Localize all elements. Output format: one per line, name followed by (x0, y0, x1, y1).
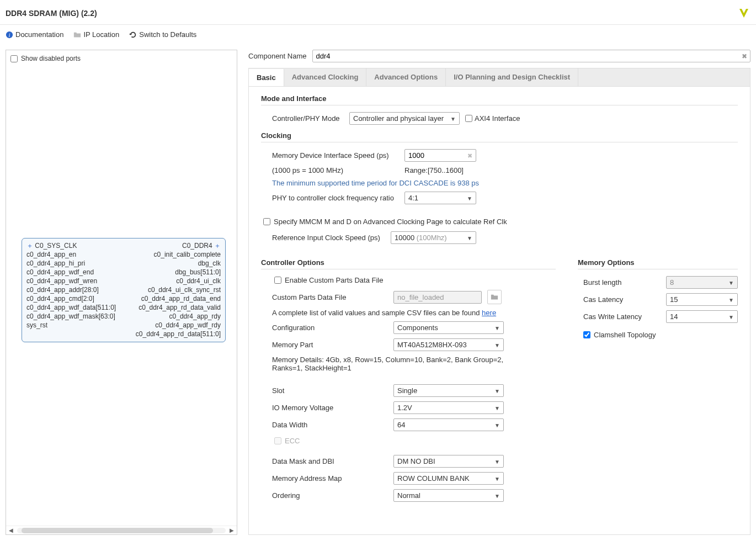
chevron-down-icon: ▼ (494, 325, 500, 331)
ip-block[interactable]: ＋ C0_SYS_CLK c0_ddr4_app_en c0_ddr4_app_… (22, 238, 226, 342)
tab-basic[interactable]: Basic (249, 69, 284, 87)
clamshell-checkbox[interactable] (583, 331, 590, 338)
custom-parts-checkbox[interactable] (274, 277, 281, 284)
cas-write-latency-select[interactable]: 14▼ (666, 310, 738, 323)
tab-bar: Basic Advanced Clocking Advanced Options… (248, 68, 750, 86)
switch-defaults-link[interactable]: Switch to Defaults (129, 30, 196, 39)
browse-file-button[interactable] (487, 290, 502, 304)
ip-port: c0_ddr4_app_wdf_data[511:0] (26, 304, 116, 312)
chevron-down-icon: ▼ (728, 314, 734, 320)
scrollbar-thumb[interactable] (22, 528, 214, 533)
memory-details: Memory Details: 4Gb, x8, Row=15, Column=… (272, 356, 509, 372)
ordering-label: Ordering (272, 491, 388, 500)
tab-advanced-clocking[interactable]: Advanced Clocking (284, 68, 367, 86)
section-mode: Mode and Interface (261, 94, 738, 105)
vivado-logo-icon (737, 7, 750, 20)
phy-ratio-select[interactable]: 4:1 ▼ (404, 192, 476, 204)
ordering-select[interactable]: Normal▼ (393, 489, 504, 502)
mmcm-checkbox[interactable] (263, 218, 270, 225)
ip-interface-in: ＋ C0_SYS_CLK (26, 242, 77, 250)
ref-clock-select[interactable]: 10000 (100Mhz) ▼ (391, 231, 476, 244)
ip-location-link[interactable]: IP Location (73, 30, 119, 39)
axi4-label: AXI4 Interface (475, 114, 520, 123)
ip-output-ports: C0_DDR4 ＋ c0_init_calib_complete dbg_clk… (136, 242, 221, 338)
switch-defaults-label: Switch to Defaults (139, 30, 196, 39)
chevron-down-icon: ▼ (494, 422, 500, 428)
cas-latency-value: 15 (670, 295, 678, 304)
chevron-down-icon: ▼ (494, 388, 500, 394)
cas-latency-select[interactable]: 15▼ (666, 293, 738, 306)
memory-part-select[interactable]: MT40A512M8HX-093▼ (393, 338, 504, 351)
burst-length-select: 8▼ (666, 276, 738, 289)
cas-latency-label: Cas Latency (583, 295, 661, 304)
cas-write-latency-value: 14 (670, 312, 678, 321)
ip-port: c0_ddr4_app_en (26, 251, 76, 259)
slot-select[interactable]: Single▼ (393, 384, 504, 397)
axi4-checkbox[interactable] (465, 115, 472, 122)
addr-map-select[interactable]: ROW COLUMN BANK▼ (393, 472, 504, 485)
slot-label: Slot (272, 386, 388, 395)
scroll-right-icon[interactable]: ▶ (228, 527, 236, 533)
custom-file-label: Custom Parts Data File (272, 293, 388, 301)
documentation-link[interactable]: i Documentation (6, 30, 63, 39)
clear-icon[interactable]: ✖ (467, 152, 472, 159)
mmcm-label: Specify MMCM M and D on Advanced Clockin… (274, 218, 507, 226)
addr-map-value: ROW COLUMN BANK (397, 474, 470, 483)
ip-port: c0_ddr4_app_rdy (169, 312, 221, 321)
chevron-down-icon: ▼ (494, 342, 500, 348)
controller-phy-value: Controller and physical layer (353, 114, 444, 123)
data-width-value: 64 (397, 421, 405, 429)
ip-port: c0_ddr4_app_wdf_end (26, 268, 94, 277)
clamshell-label: Clamshell Topology (594, 331, 656, 339)
tab-io-planning[interactable]: I/O Planning and Design Checklist (446, 68, 578, 86)
section-memory-options: Memory Options (578, 258, 738, 269)
folder-icon (73, 31, 81, 39)
tab-advanced-options[interactable]: Advanced Options (366, 68, 446, 86)
phy-ratio-value: 4:1 (408, 194, 418, 202)
info-icon: i (6, 31, 13, 39)
dci-cascade-note: The minimum supported time period for DC… (272, 179, 738, 187)
dmdbi-select[interactable]: DM NO DBI▼ (393, 455, 504, 468)
dmdbi-value: DM NO DBI (397, 457, 435, 465)
chevron-down-icon: ▼ (728, 279, 734, 285)
mem-speed-note-left: (1000 ps = 1000 MHz) (272, 166, 399, 174)
chevron-down-icon: ▼ (467, 235, 472, 241)
chevron-down-icon: ▼ (494, 458, 500, 464)
block-diagram-panel: Show disabled ports ＋ C0_SYS_CLK c0_ddr4… (6, 50, 237, 535)
data-width-label: Data Width (272, 421, 388, 429)
component-name-label: Component Name (248, 52, 307, 60)
ip-port: c0_ddr4_app_addr[28:0] (26, 286, 99, 294)
show-disabled-ports-checkbox[interactable] (10, 55, 18, 62)
ref-clock-value: 10000 (100Mhz) (395, 234, 447, 242)
data-width-select[interactable]: 64▼ (393, 418, 504, 431)
mem-speed-input-wrapper: ✖ (404, 149, 476, 162)
controller-phy-select[interactable]: Controller and physical layer ▼ (349, 112, 460, 125)
io-voltage-select[interactable]: 1.2V▼ (393, 401, 504, 414)
ip-port: dbg_bus[511:0] (175, 268, 221, 277)
chevron-down-icon: ▼ (467, 195, 472, 201)
dmdbi-label: Data Mask and DBI (272, 457, 388, 465)
mem-speed-input[interactable] (408, 151, 464, 160)
page-title: DDR4 SDRAM (MIG) (2.2) (6, 9, 97, 18)
ip-port: c0_ddr4_app_wdf_wren (26, 277, 97, 285)
tab-content: Mode and Interface Controller/PHY Mode C… (248, 86, 750, 535)
ip-port: c0_ddr4_ui_clk_sync_rst (148, 286, 221, 294)
ip-port: c0_ddr4_app_wdf_mask[63:0] (26, 312, 115, 321)
clear-icon[interactable]: ✖ (742, 52, 747, 60)
ref-clock-label: Reference Input Clock Speed (ps) (272, 234, 385, 242)
horizontal-scrollbar[interactable]: ◀ ▶ (6, 526, 237, 534)
configuration-select[interactable]: Components▼ (393, 321, 504, 334)
io-voltage-value: 1.2V (397, 404, 412, 412)
custom-file-input-wrapper (393, 291, 482, 304)
csv-here-link[interactable]: here (482, 309, 496, 317)
ecc-checkbox (274, 437, 281, 444)
scrollbar-track[interactable] (17, 528, 226, 533)
ip-port: c0_ddr4_app_cmd[2:0] (26, 295, 94, 303)
configuration-value: Components (397, 324, 438, 332)
ip-port: c0_ddr4_app_hi_pri (26, 259, 85, 268)
cas-write-latency-label: Cas Write Latency (583, 312, 661, 321)
mem-speed-range: Range:[750..1600] (404, 166, 464, 174)
scroll-left-icon[interactable]: ◀ (7, 527, 15, 533)
addr-map-label: Memory Address Map (272, 474, 388, 483)
component-name-input[interactable] (312, 50, 751, 62)
